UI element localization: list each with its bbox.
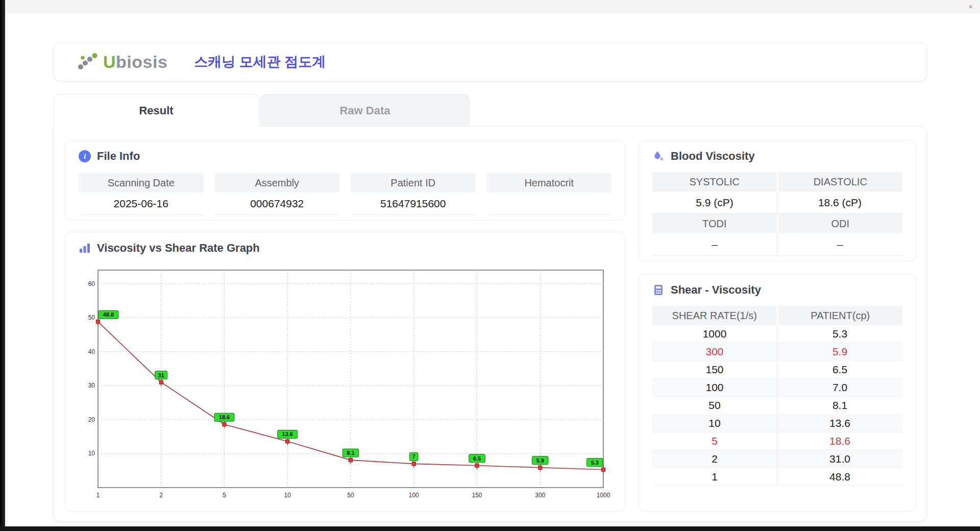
field-value: 51647915600 [351,192,476,215]
odi-header: ODI [778,214,903,233]
svg-text:40: 40 [88,348,95,355]
shear-cell: 5 [652,432,777,450]
svg-text:6.5: 6.5 [473,455,481,462]
svg-text:13.6: 13.6 [282,431,293,437]
shear-cell: 100 [652,379,777,396]
file-info-fields: Scanning Date 2025-06-16 Assembly 000674… [79,173,611,215]
patient-cell: 6.5 [777,361,902,378]
table-row: 1 48.8 [652,468,902,486]
field-value [487,192,612,215]
calculator-icon [652,284,665,296]
viscosity-shear-chart: 1020304050601251050100150300100048.83118… [83,265,610,503]
svg-text:8.1: 8.1 [347,450,354,456]
patient-cell: 7.0 [777,379,902,396]
file-info-card: i File Info Scanning Date 2025-06-16 Ass… [65,140,625,221]
shear-cell: 10 [652,415,777,432]
logo-accent: U [103,52,116,71]
diastolic-value: 18.6 (cP) [777,191,902,214]
table-row: 50 8.1 [652,397,902,415]
diastolic-header: DIASTOLIC [778,172,903,191]
field-assembly: Assembly 000674932 [215,173,340,215]
shear-cell: 150 [652,361,777,378]
shear-viscosity-table: SHEAR RATE(1/s) PATIENT(cp) 1000 5.3 300… [652,306,902,486]
shear-cell: 300 [652,343,777,360]
field-label: Scanning Date [79,173,204,192]
app-header: Ubiosis 스캐닝 모세관 점도계 [53,42,927,82]
logo-text: Ubiosis [103,52,167,72]
shear-cell: 50 [652,397,777,414]
table-row: 2 31.0 [652,450,902,468]
blood-viscosity-title-text: Blood Viscosity [671,150,755,163]
table-row: 300 5.9 [652,343,902,361]
graph-title-text: Viscosity vs Shear Rate Graph [97,242,260,255]
patient-header: PATIENT(cp) [778,306,903,325]
field-value: 000674932 [215,192,340,215]
field-label: Patient ID [351,173,476,192]
file-info-title: i File Info [79,150,140,163]
shear-cell: 1000 [652,325,777,343]
logo-rest: biosis [116,52,167,71]
svg-text:10: 10 [284,492,291,499]
file-info-title-text: File Info [97,150,140,163]
svg-text:5: 5 [223,492,226,499]
svg-text:5.9: 5.9 [536,457,544,464]
blood-viscosity-card: Blood Viscosity SYSTOLIC DIASTOLIC 5.9 (… [639,140,916,261]
tab-result[interactable]: Result [53,94,259,127]
viscosity-graph-card: Viscosity vs Shear Rate Graph 1020304050… [65,232,625,512]
svg-text:10: 10 [88,450,95,457]
svg-text:150: 150 [472,492,482,499]
field-value: 2025-06-16 [79,192,204,215]
close-icon[interactable]: × [968,2,973,12]
svg-text:18.6: 18.6 [219,414,230,420]
browser-top-bar: × [5,0,980,13]
shear-cell: 1 [652,468,777,486]
svg-text:48.8: 48.8 [103,311,114,318]
table-row: 10 13.6 [652,415,902,432]
svg-text:1: 1 [96,492,100,499]
patient-cell: 18.6 [777,432,902,450]
blood-viscosity-grid: SYSTOLIC DIASTOLIC 5.9 (cP) 18.6 (cP) TO… [652,172,902,256]
svg-text:300: 300 [535,492,545,499]
patient-cell: 13.6 [777,415,902,432]
todi-value: – [652,233,777,256]
todi-header: TODI [652,214,777,233]
ubiosis-logo-icon [76,52,100,71]
patient-cell: 5.9 [777,343,902,360]
graph-title: Viscosity vs Shear Rate Graph [79,242,260,255]
blood-drop-icon [652,150,665,162]
svg-text:5.3: 5.3 [591,460,599,466]
odi-value: – [777,233,902,256]
svg-text:20: 20 [88,416,95,423]
shear-cell: 2 [652,450,777,468]
window-bottom-edge [0,526,980,531]
field-label: Assembly [215,173,340,192]
field-scanning-date: Scanning Date 2025-06-16 [79,173,204,215]
tab-raw-data[interactable]: Raw Data [260,94,470,127]
ubiosis-logo: Ubiosis [76,52,167,72]
info-icon: i [79,150,91,162]
shear-viscosity-card: Shear - Viscosity SHEAR RATE(1/s) PATIEN… [639,274,916,512]
table-header: SHEAR RATE(1/s) PATIENT(cp) [652,306,902,325]
svg-text:30: 30 [88,382,95,389]
field-patient-id: Patient ID 51647915600 [351,173,476,215]
page-title: 스캐닝 모세관 점도계 [194,53,326,71]
systolic-value: 5.9 (cP) [652,191,777,214]
table-row: 100 7.0 [652,379,902,397]
svg-text:7: 7 [412,453,415,460]
svg-text:31: 31 [158,372,164,378]
table-row: 5 18.6 [652,432,902,450]
field-hematocrit: Hematocrit [487,173,612,215]
svg-text:50: 50 [347,492,354,499]
table-body: 1000 5.3 300 5.9 150 6.5 100 7.0 50 8. [652,325,902,486]
svg-text:50: 50 [88,314,95,321]
patient-cell: 8.1 [777,397,902,414]
patient-cell: 48.8 [777,468,902,486]
blood-viscosity-title: Blood Viscosity [652,150,755,163]
field-label: Hematocrit [487,173,612,192]
svg-text:1000: 1000 [597,492,610,499]
shear-viscosity-title-text: Shear - Viscosity [671,283,761,297]
systolic-header: SYSTOLIC [652,172,777,191]
bar-chart-icon [79,242,91,254]
shear-viscosity-title: Shear - Viscosity [652,283,761,297]
table-row: 150 6.5 [652,361,902,379]
